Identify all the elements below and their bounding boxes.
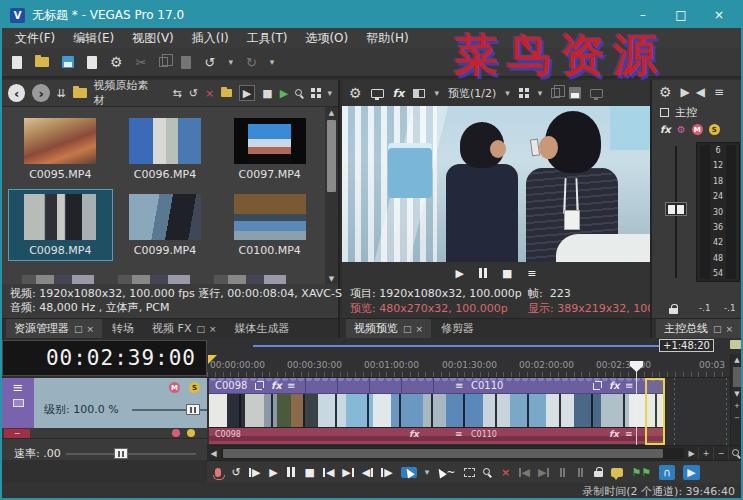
- new-project-button[interactable]: [12, 56, 22, 69]
- tab-close-icon[interactable]: ×: [87, 324, 95, 334]
- scroll-right-icon[interactable]: ▶: [685, 447, 698, 460]
- audio-track-header-collapsed[interactable]: −: [2, 428, 207, 438]
- zoom-edit-tool-button[interactable]: [483, 468, 493, 477]
- video-event-header[interactable]: C0098 fx ≡ ≡ C0110 fx ≡: [209, 378, 665, 394]
- menu-item[interactable]: 编辑(E): [64, 30, 123, 47]
- tab-close-icon[interactable]: ×: [726, 324, 734, 334]
- video-events[interactable]: C0098 fx ≡ ≡ C0110 fx ≡ C0098 fx ≡: [209, 378, 665, 445]
- track-menu-icon[interactable]: ≡: [13, 380, 24, 395]
- track-zoom-in-icon[interactable]: +: [734, 400, 740, 412]
- video-frame[interactable]: [342, 106, 650, 262]
- media-item[interactable]: C0098.MP4: [8, 189, 113, 261]
- save-snapshot-icon[interactable]: [569, 87, 581, 99]
- volume-fader-handle[interactable]: [665, 202, 687, 216]
- scroll-left-icon[interactable]: ◀: [207, 447, 220, 460]
- new-folder-button[interactable]: [221, 89, 232, 97]
- panel-tab[interactable]: 主控总线 □×: [656, 319, 741, 338]
- scrollbar-thumb[interactable]: [327, 120, 336, 192]
- audio-events[interactable]: C0098 fx ≡ C0110 fx ≡: [209, 428, 665, 444]
- menu-item[interactable]: 插入(I): [183, 30, 238, 47]
- properties-gear-icon[interactable]: ⚙: [110, 54, 123, 70]
- hscroll-track[interactable]: [221, 448, 684, 459]
- go-to-end-button[interactable]: ▶: [342, 466, 353, 479]
- overlays-grid-icon[interactable]: [519, 88, 529, 98]
- menu-item[interactable]: 文件(F): [6, 30, 64, 47]
- stop-button[interactable]: ■: [304, 466, 314, 479]
- close-button[interactable]: ×: [705, 6, 733, 24]
- insert-bus-icon[interactable]: ▶: [681, 85, 687, 99]
- timeline-area[interactable]: +1:48:20 00:00:00:00 00:00:30:00 00:01:0…: [207, 338, 743, 460]
- selection-tool-button[interactable]: [464, 468, 475, 477]
- event-menu-icon[interactable]: ≡: [287, 380, 295, 392]
- auto-ripple-button[interactable]: ▶: [683, 465, 699, 480]
- media-item[interactable]: C0100.MP4: [217, 189, 322, 261]
- previous-frame-button[interactable]: ◀: [362, 466, 373, 479]
- track-zoom-out-icon[interactable]: −: [734, 412, 740, 424]
- stop-preview-button[interactable]: ■: [262, 87, 272, 100]
- scrollbar-thumb[interactable]: [223, 449, 663, 458]
- scroll-down-icon[interactable]: ▼: [329, 273, 334, 284]
- media-scrollbar[interactable]: ▲ ▼: [325, 107, 338, 284]
- panel-tab[interactable]: 资源管理器 □×: [6, 319, 102, 338]
- mixer-settings-gear-icon[interactable]: ⚙: [659, 84, 672, 100]
- media-item[interactable]: C0097.MP4: [217, 113, 322, 185]
- event-fx-icon[interactable]: fx: [271, 380, 282, 392]
- preview-quality-button[interactable]: 预览(1/2): [448, 86, 496, 101]
- up-level-icon[interactable]: ⇊: [57, 87, 66, 100]
- audio-menu-icon[interactable]: ≡: [625, 429, 633, 439]
- edit-tool-dropdown-icon[interactable]: ▾: [425, 467, 430, 477]
- open-button[interactable]: [35, 57, 49, 67]
- start-preview-button[interactable]: ▶: [239, 85, 255, 101]
- preview-device-icon[interactable]: [590, 89, 603, 98]
- menu-item[interactable]: 选项(O): [296, 30, 357, 47]
- slide-tool-button[interactable]: [575, 468, 585, 477]
- media-item[interactable]: C0099.MP4: [113, 189, 218, 261]
- overlays-dropdown-icon[interactable]: ▾: [538, 88, 543, 98]
- copy-button[interactable]: [159, 57, 168, 67]
- markers-button[interactable]: ⚑⚑: [631, 466, 651, 479]
- preview-pause-button[interactable]: [479, 268, 487, 278]
- preview-stop-button[interactable]: ■: [502, 267, 512, 280]
- timecode-display[interactable]: 00:02:39:00: [2, 340, 207, 376]
- comment-marker-button[interactable]: [611, 468, 623, 477]
- title-bar[interactable]: V 无标题 * - VEGAS Pro 17.0 – □ ×: [2, 2, 741, 28]
- minimize-button[interactable]: –: [629, 6, 657, 24]
- save-button[interactable]: [62, 56, 74, 68]
- maximize-button[interactable]: □: [667, 6, 695, 24]
- external-monitor-icon[interactable]: [371, 89, 384, 98]
- pan-crop-icon[interactable]: [593, 381, 602, 390]
- delete-button[interactable]: ×: [205, 87, 214, 100]
- audio-device-icon[interactable]: ◀: [696, 85, 705, 99]
- refresh-button[interactable]: ↺: [189, 87, 198, 100]
- project-properties-gear-icon[interactable]: ⚙: [349, 85, 362, 101]
- event-fx-icon[interactable]: fx: [609, 380, 620, 392]
- mute-button[interactable]: M: [692, 124, 703, 135]
- loop-playback-button[interactable]: ↺: [231, 466, 241, 479]
- split-dropdown-icon[interactable]: ▾: [434, 88, 439, 98]
- fader-lock-icon[interactable]: [669, 304, 678, 315]
- split-screen-icon[interactable]: [413, 89, 425, 98]
- video-track-header[interactable]: ≡ M S 级别: 100.0 %: [2, 378, 207, 428]
- preview-play-button[interactable]: ▶: [455, 267, 463, 280]
- video-output-fx-icon[interactable]: fx: [393, 87, 405, 100]
- tab-float-icon[interactable]: □: [713, 324, 722, 334]
- envelope-tool-button[interactable]: ~: [437, 466, 455, 479]
- views-button[interactable]: [311, 88, 321, 98]
- event-menu-icon[interactable]: ≡: [625, 380, 633, 392]
- forward-button[interactable]: ›: [32, 84, 49, 102]
- undo-dropdown-icon[interactable]: ▾: [228, 57, 233, 67]
- level-slider-handle[interactable]: [186, 404, 200, 415]
- tab-close-icon[interactable]: ×: [209, 324, 217, 334]
- go-to-start-button[interactable]: ◀: [323, 466, 334, 479]
- pause-button[interactable]: [286, 467, 296, 477]
- zoom-out-icon[interactable]: −: [713, 447, 728, 460]
- copy-snapshot-icon[interactable]: [551, 88, 560, 98]
- media-search-icon[interactable]: [295, 89, 304, 98]
- play-from-start-button[interactable]: ▶: [249, 466, 260, 479]
- panel-tab[interactable]: 视频预览 □×: [346, 319, 431, 338]
- delete-button[interactable]: ×: [501, 466, 511, 479]
- media-item[interactable]: C0095.MP4: [8, 113, 113, 185]
- normal-edit-tool-button[interactable]: [401, 467, 417, 478]
- timeline-vertical-scrollbar[interactable]: ▲ ▼ + −: [730, 354, 743, 445]
- audio-fx-icon[interactable]: fx: [409, 429, 419, 439]
